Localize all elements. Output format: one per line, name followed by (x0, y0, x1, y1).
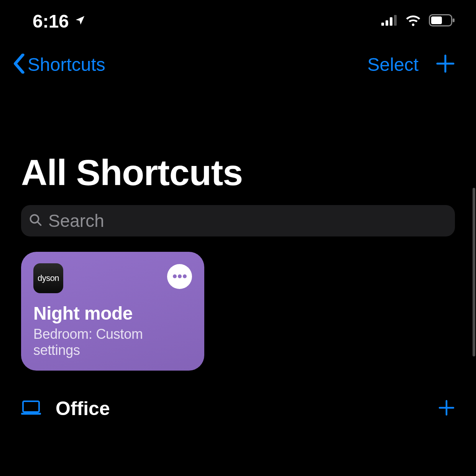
section-add-button[interactable] (438, 399, 455, 418)
svg-rect-5 (431, 16, 442, 24)
section-header: Office (0, 397, 476, 420)
search-container[interactable] (21, 205, 455, 236)
app-icon: dyson (33, 263, 63, 293)
nav-actions: Select (368, 54, 455, 75)
svg-rect-2 (390, 17, 392, 26)
section-title: Office (56, 397, 110, 420)
location-icon (74, 15, 86, 28)
scrollbar[interactable] (473, 188, 475, 356)
svg-rect-3 (394, 15, 397, 26)
svg-rect-12 (23, 401, 39, 412)
battery-icon (429, 14, 455, 28)
status-bar: 6:16 (0, 0, 476, 38)
status-left: 6:16 (33, 11, 86, 32)
status-right (381, 14, 455, 28)
nav-bar: Shortcuts Select (0, 38, 476, 79)
svg-line-8 (38, 222, 41, 225)
svg-rect-1 (386, 20, 388, 26)
svg-point-9 (173, 274, 177, 278)
card-header: dyson (33, 263, 192, 293)
time-label: 6:16 (33, 11, 69, 32)
svg-point-10 (178, 274, 182, 278)
ellipsis-icon (172, 273, 187, 280)
back-label: Shortcuts (28, 54, 105, 75)
search-input[interactable] (48, 210, 447, 231)
svg-rect-13 (21, 413, 41, 415)
search-icon (29, 213, 43, 228)
svg-rect-0 (381, 23, 384, 26)
laptop-icon (21, 400, 41, 417)
page-title: All Shortcuts (0, 79, 476, 194)
back-button[interactable]: Shortcuts (11, 54, 105, 75)
svg-point-11 (183, 274, 187, 278)
select-button[interactable]: Select (368, 54, 419, 75)
more-button[interactable] (167, 264, 192, 289)
cellular-icon (381, 15, 397, 27)
card-body: Night mode Bedroom: Custom settings (33, 303, 192, 360)
section-left[interactable]: Office (21, 397, 110, 420)
chevron-left-icon (11, 54, 26, 75)
wifi-icon (405, 15, 421, 28)
shortcut-card[interactable]: dyson Night mode Bedroom: Custom setting… (21, 252, 204, 371)
card-subtitle: Bedroom: Custom settings (33, 326, 192, 358)
svg-rect-6 (453, 18, 455, 22)
add-button[interactable] (436, 54, 455, 75)
card-title: Night mode (33, 303, 192, 324)
